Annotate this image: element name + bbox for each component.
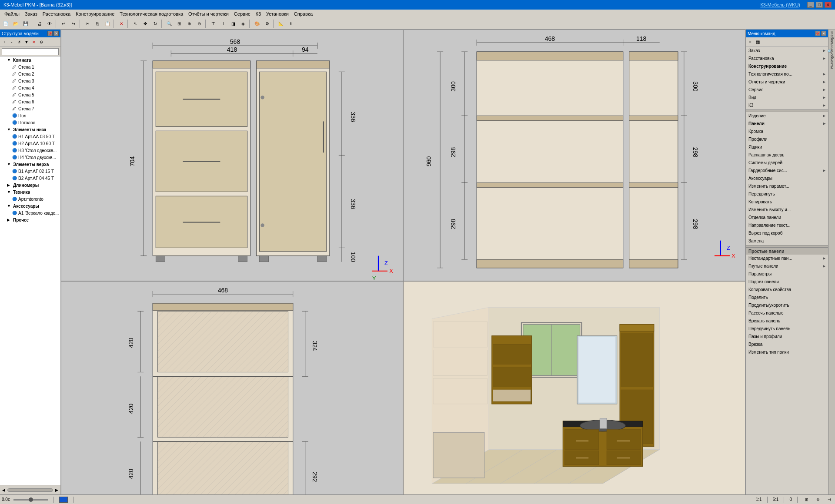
save-button[interactable]: 💾 <box>21 19 30 29</box>
cmd-item-cut-panel[interactable]: Рассечь панелью <box>746 309 828 317</box>
tree-item-h2[interactable]: 🔵 Н2 Арт.АА 10 60 Т <box>0 140 60 147</box>
cmd-item-door-systems[interactable]: Системы дверей <box>746 159 828 167</box>
left-scroll-right-button[interactable]: ▶ <box>54 488 60 492</box>
menu-item-order[interactable]: Заказ <box>22 10 40 17</box>
cmd-item-replace[interactable]: Замена <box>746 237 828 245</box>
tree-item-tech[interactable]: ▼ Техника <box>0 189 60 196</box>
view-3d-button[interactable]: ◈ <box>238 19 248 29</box>
cmd-item-wardrobe[interactable]: Гардеробные сис... <box>746 167 828 175</box>
cmd-item-move-panel[interactable]: Передвинуть панель <box>746 325 828 333</box>
zoom-slider[interactable] <box>13 499 48 501</box>
structure-panel-close[interactable]: ✕ <box>53 31 59 36</box>
structure-panel-pin[interactable]: 📌 <box>47 31 53 36</box>
menu-item-k3[interactable]: К3 <box>253 10 264 17</box>
select-button[interactable]: ↖ <box>130 19 140 29</box>
tree-expand-button[interactable]: + <box>1 39 8 46</box>
new-button[interactable]: 📄 <box>1 19 10 29</box>
cmd-menu-pin[interactable]: 📌 <box>815 31 820 36</box>
settings-button[interactable]: ⚙ <box>262 19 272 29</box>
menu-item-construct[interactable]: Конструирование <box>73 10 117 17</box>
tree-close-button[interactable]: ✕ <box>30 39 37 46</box>
paste-button[interactable]: 📋 <box>103 19 112 29</box>
zoom-out-button[interactable]: ⊖ <box>194 19 204 29</box>
tree-item-top-elements[interactable]: ▼ Элементы верха <box>0 161 60 168</box>
tree-item-bottom-elements[interactable]: ▼ Элементы низа <box>0 126 60 133</box>
tree-search-input[interactable] <box>2 48 59 55</box>
menu-item-help[interactable]: Справка <box>291 10 315 17</box>
tree-collapse-button[interactable]: - <box>8 39 15 46</box>
delete-button[interactable]: ✕ <box>117 19 126 29</box>
tree-item-wall1[interactable]: 🖊 Стена 1 <box>0 63 60 70</box>
cmd-item-swing-door[interactable]: Распашная дверь <box>746 151 828 159</box>
tree-item-room[interactable]: ▼ Комната <box>0 56 60 63</box>
info-button[interactable]: ℹ <box>286 19 296 29</box>
preview-button[interactable]: 👁 <box>45 19 54 29</box>
tree-item-wall3[interactable]: 🖊 Стена 3 <box>0 77 60 84</box>
tree-settings-button[interactable]: ⚙ <box>38 39 45 46</box>
tree-item-h1[interactable]: 🔵 Н1 Арт.АА 03 50 Т <box>0 133 60 140</box>
cmd-item-accessories-cmd[interactable]: Аксессуары <box>746 175 828 182</box>
menu-item-reports[interactable]: Отчёты и чертежи <box>186 10 231 17</box>
redo-button[interactable]: ↪ <box>69 19 78 29</box>
tree-item-floor[interactable]: 🔵 Пол <box>0 112 60 119</box>
viewport-top-left[interactable]: 568 418 94 <box>61 30 403 281</box>
cmd-item-cutout[interactable]: Вырез под короб <box>746 229 828 237</box>
zoom-in-button[interactable]: ⊕ <box>184 19 194 29</box>
cmd-item-profiles[interactable]: Профили <box>746 136 828 143</box>
tree-item-mtoronto[interactable]: 🔵 Арт.mtoronto <box>0 196 60 202</box>
maximize-button[interactable]: □ <box>816 2 823 8</box>
viewport-top-right[interactable]: 468 118 <box>403 30 745 281</box>
tree-refresh-button[interactable]: ↺ <box>16 39 23 46</box>
zoom-all-button[interactable]: ⊞ <box>174 19 184 29</box>
cmd-item-product[interactable]: Изделие <box>746 112 828 120</box>
cmd-item-text-dir[interactable]: Направление текст... <box>746 222 828 229</box>
tree-item-wall2[interactable]: 🖊 Стена 2 <box>0 70 60 77</box>
cmd-item-change-height[interactable]: Изменить высоту и... <box>746 206 828 214</box>
cmd-item-grooves-profiles[interactable]: Пазы и профили <box>746 333 828 341</box>
render-button[interactable]: 🎨 <box>252 19 262 29</box>
copy-button[interactable]: ⎘ <box>93 19 102 29</box>
cmd-item-layout[interactable]: Расстановка <box>746 55 828 63</box>
cmd-item-copy[interactable]: Копировать <box>746 198 828 206</box>
viewport-bottom-right[interactable] <box>403 281 745 494</box>
cmd-item-extend-shorten[interactable]: Продлить/укоротить <box>746 302 828 309</box>
tree-item-h4[interactable]: 🔵 Н4 'Стол двухскв... <box>0 154 60 161</box>
cmd-item-trim-panel[interactable]: Подрез панели <box>746 278 828 286</box>
tree-content[interactable]: ▼ Комната 🖊 Стена 1 🖊 Стена 2 <box>0 56 60 485</box>
close-button[interactable]: ✕ <box>825 2 832 8</box>
cmd-item-change-params[interactable]: Изменить парамет... <box>746 182 828 190</box>
undo-button[interactable]: ↩ <box>59 19 68 29</box>
view-top-button[interactable]: ⊤ <box>208 19 218 29</box>
cmd-item-copy-props[interactable]: Копировать свойства <box>746 286 828 294</box>
cmd-item-change-shelf-type[interactable]: Изменить тип полки <box>746 348 828 356</box>
snap-button[interactable]: ⊕ <box>814 496 822 504</box>
cmd-item-view[interactable]: Вид <box>746 94 828 102</box>
menu-item-layout[interactable]: Расстановка <box>40 10 73 17</box>
cmd-item-panels[interactable]: Панели <box>746 120 828 128</box>
cmd-menu-close[interactable]: ✕ <box>821 31 826 36</box>
tree-filter-button[interactable]: ▼ <box>23 39 30 46</box>
tree-item-lengthmeasures[interactable]: ▶ Длиномеры <box>0 182 60 189</box>
menu-item-techprep[interactable]: Технологическая подготовка <box>117 10 186 17</box>
cmd-item-k3[interactable]: К3 <box>746 102 828 109</box>
viewport-bottom-left[interactable]: 468 <box>61 281 403 494</box>
tree-item-h3[interactable]: 🔵 Н3 'Стол односкв... <box>0 147 60 154</box>
tree-item-wall6[interactable]: 🖊 Стена 6 <box>0 98 60 105</box>
cmd-item-nonstandard-panels[interactable]: Нестандартные пан... <box>746 255 828 262</box>
grid-button[interactable]: ⊞ <box>803 496 811 504</box>
tree-item-v2[interactable]: 🔵 В2 Арт.АГ 04 45 Т <box>0 175 60 182</box>
left-scroll-bar[interactable] <box>7 488 53 492</box>
search-icon[interactable]: 🔍 <box>827 49 832 54</box>
cmd-item-service[interactable]: Сервис <box>746 86 828 94</box>
cmd-item-techprep[interactable]: Технологическая по... <box>746 70 828 78</box>
cmd-item-drawers[interactable]: Ящики <box>746 143 828 151</box>
menu-item-service[interactable]: Сервис <box>231 10 253 17</box>
cmd-item-bent-panels[interactable]: Гнутые панели <box>746 262 828 270</box>
tree-item-a1[interactable]: 🔵 А1 'Зеркало кваде... <box>0 209 60 216</box>
tree-item-accessories[interactable]: ▼ Аксессуары <box>0 202 60 209</box>
cmd-item-divide[interactable]: Поделить <box>746 294 828 302</box>
cmd-item-construct[interactable]: Конструирование <box>746 63 828 70</box>
print-button[interactable]: 🖨 <box>35 19 44 29</box>
open-button[interactable]: 📂 <box>11 19 20 29</box>
k3-link[interactable]: К3-Мебель (WKU) <box>760 2 800 7</box>
